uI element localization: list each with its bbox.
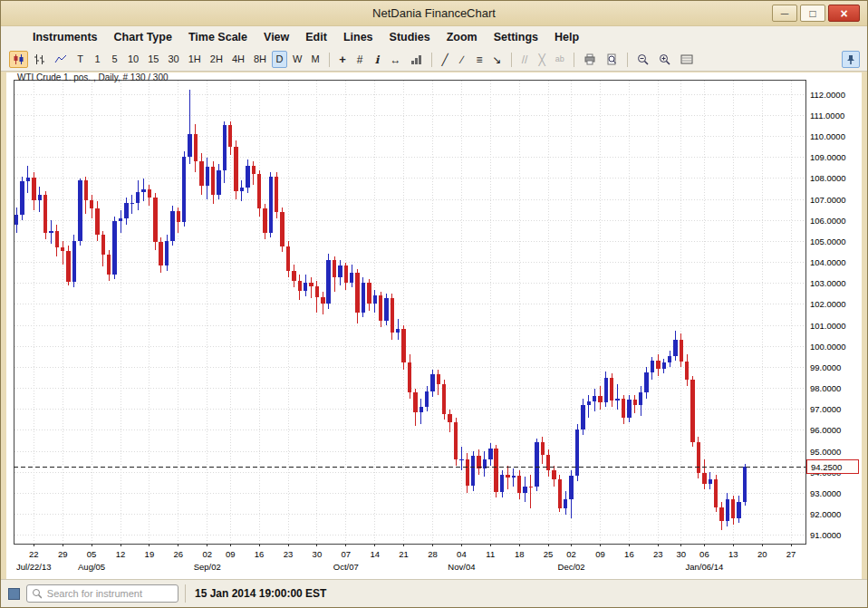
svg-text:19: 19 <box>145 549 155 559</box>
price-chart[interactable]: 91.000092.000093.000094.000095.000096.00… <box>6 72 862 578</box>
svg-text:92.0000: 92.0000 <box>810 509 841 519</box>
text-label-button[interactable]: ab <box>552 51 568 68</box>
search-icon <box>32 588 42 599</box>
close-button[interactable]: × <box>828 5 860 22</box>
svg-text:28: 28 <box>428 549 438 559</box>
menu-item-studies[interactable]: Studies <box>381 31 439 43</box>
ray-line-button[interactable]: ∕ <box>455 51 470 68</box>
svg-text:111.0000: 111.0000 <box>810 111 844 121</box>
title-bar[interactable]: NetDania FinanceChart ─ □ × <box>1 1 867 26</box>
svg-text:106.0000: 106.0000 <box>810 216 846 226</box>
trendline-icon: ╱ <box>441 54 448 65</box>
volume-button[interactable] <box>407 51 426 68</box>
menu-item-settings[interactable]: Settings <box>486 31 546 43</box>
interval-button-15[interactable]: 15 <box>144 51 162 68</box>
interval-button-t[interactable]: T <box>72 51 88 68</box>
instrument-icon <box>8 588 20 600</box>
menu-item-zoom[interactable]: Zoom <box>439 31 486 43</box>
menu-item-time-scale[interactable]: Time Scale <box>180 31 256 43</box>
interval-button-1h[interactable]: 1H <box>185 51 205 68</box>
interval-button-8h[interactable]: 8H <box>250 51 270 68</box>
grid-icon: # <box>357 54 363 65</box>
svg-text:104.0000: 104.0000 <box>810 257 846 267</box>
expand-horizontal-button[interactable]: ↔ <box>387 51 405 68</box>
interval-button-4h[interactable]: 4H <box>228 51 248 68</box>
arrow-draw-icon: ↘ <box>493 54 502 65</box>
print-preview-icon <box>605 53 618 65</box>
zoom-out-button[interactable] <box>633 51 653 68</box>
search-input[interactable] <box>45 587 173 600</box>
interval-button-2h[interactable]: 2H <box>207 51 227 68</box>
svg-text:29: 29 <box>58 549 68 559</box>
svg-text:93.0000: 93.0000 <box>810 488 841 498</box>
svg-text:94.2500: 94.2500 <box>811 462 842 472</box>
edit-line-button[interactable]: // <box>517 51 533 68</box>
fibonacci-levels-icon: ≡ <box>477 54 483 65</box>
fibonacci-button[interactable]: ≡ <box>472 51 487 68</box>
svg-text:23: 23 <box>653 549 663 559</box>
svg-text:Nov/04: Nov/04 <box>448 562 475 572</box>
toolbar-separator <box>574 53 574 67</box>
svg-text:09: 09 <box>595 549 605 559</box>
print-preview-button[interactable] <box>602 51 622 68</box>
svg-text:Dec/02: Dec/02 <box>558 562 585 572</box>
print-button[interactable] <box>580 51 600 68</box>
svg-text:02: 02 <box>202 549 212 559</box>
dock-panel-button[interactable] <box>842 51 860 68</box>
menu-item-help[interactable]: Help <box>546 31 587 43</box>
interval-button-m[interactable]: M <box>307 51 323 68</box>
menu-item-edit[interactable]: Edit <box>297 31 335 43</box>
svg-text:16: 16 <box>255 549 265 559</box>
maximize-button[interactable]: □ <box>800 5 825 22</box>
svg-text:25: 25 <box>544 549 554 559</box>
toolbar: T151015301H2H4H8HDWM + # i ↔ ╱ ∕ ≡ ↘ // … <box>1 48 867 72</box>
interval-button-w[interactable]: W <box>289 51 305 68</box>
window-title: NetDania FinanceChart <box>1 6 867 20</box>
search-box[interactable] <box>26 584 178 603</box>
status-bar: 15 Jan 2014 19:00:00 EST <box>1 579 867 607</box>
candlestick-chart-button[interactable] <box>9 51 28 68</box>
interval-button-1[interactable]: 1 <box>90 51 105 68</box>
svg-text:99.0000: 99.0000 <box>810 362 841 372</box>
zoom-in-icon <box>659 53 671 66</box>
chart-region[interactable]: WTI Crude 1. pos. , Daily, # 130 / 300 9… <box>6 72 862 579</box>
menu-item-lines[interactable]: Lines <box>335 31 381 43</box>
svg-text:22: 22 <box>29 549 39 559</box>
svg-text:20: 20 <box>757 549 767 559</box>
svg-text:Oct/07: Oct/07 <box>333 562 359 572</box>
menu-item-chart-type[interactable]: Chart Type <box>106 31 180 43</box>
svg-text:96.0000: 96.0000 <box>810 425 841 435</box>
svg-text:12: 12 <box>116 549 126 559</box>
ray-line-icon: ∕ <box>461 54 463 65</box>
svg-text:26: 26 <box>174 549 184 559</box>
zoom-in-button[interactable] <box>655 51 675 68</box>
line-chart-icon <box>54 53 67 65</box>
ohlc-bars-button[interactable] <box>30 51 49 68</box>
svg-text:95.0000: 95.0000 <box>810 447 841 457</box>
svg-text:Sep/02: Sep/02 <box>194 562 221 572</box>
edit-line-icon: // <box>522 54 528 65</box>
volume-icon <box>410 54 422 65</box>
menu-item-view[interactable]: View <box>256 31 297 43</box>
interval-button-10[interactable]: 10 <box>124 51 142 68</box>
grid-toggle-button[interactable]: # <box>352 51 368 68</box>
svg-text:06: 06 <box>699 549 709 559</box>
svg-text:112.0000: 112.0000 <box>810 90 845 100</box>
line-chart-button[interactable] <box>51 51 71 68</box>
auto-scale-button[interactable] <box>677 51 697 68</box>
svg-text:110.0000: 110.0000 <box>810 131 845 141</box>
minimize-button[interactable]: ─ <box>772 5 797 22</box>
menu-item-instruments[interactable]: Instruments <box>24 31 106 43</box>
svg-text:98.0000: 98.0000 <box>810 383 841 393</box>
menu-bar: InstrumentsChart TypeTime ScaleViewEditL… <box>1 26 867 48</box>
text-label-icon: ab <box>555 55 564 63</box>
delete-line-button[interactable]: ╳ <box>535 51 550 68</box>
svg-text:105.0000: 105.0000 <box>810 236 846 246</box>
trendline-button[interactable]: ╱ <box>438 51 453 68</box>
interval-button-d[interactable]: D <box>272 51 287 68</box>
info-button[interactable]: i <box>370 51 385 68</box>
arrow-draw-button[interactable]: ↘ <box>489 51 506 68</box>
interval-button-5[interactable]: 5 <box>107 51 122 68</box>
interval-button-30[interactable]: 30 <box>165 51 183 68</box>
crosshair-button[interactable]: + <box>335 51 351 68</box>
